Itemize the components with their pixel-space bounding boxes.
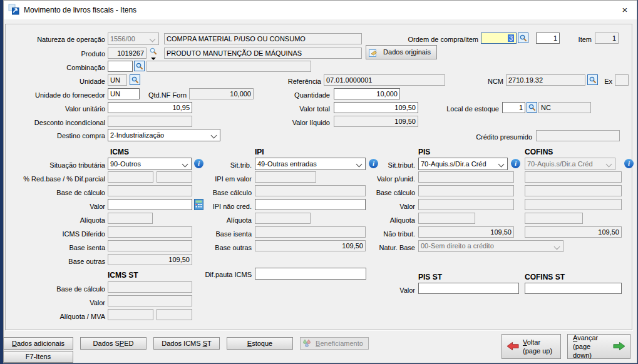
- ipi-base-isenta-label: Base isenta: [188, 229, 252, 239]
- cofins-st-valor-input[interactable]: [525, 283, 622, 294]
- pis-info-icon[interactable]: i: [511, 159, 520, 168]
- icms-st-valor-label: Valor: [13, 298, 105, 308]
- produto-dropdown-arrow-icon[interactable]: [151, 58, 156, 60]
- chevron-down-icon: [554, 244, 560, 250]
- credito-presumido-field: [536, 130, 620, 141]
- ipi-aliquota-field: [255, 213, 311, 224]
- unidade-search-button[interactable]: [130, 74, 140, 85]
- pis-nao-tribut-field: 109,50: [418, 226, 514, 238]
- natureza-operacao-descricao: COMPRA MATERIAL P/USO OU CONSUMO: [164, 33, 362, 44]
- chevron-down-icon: [606, 161, 612, 168]
- icms-st-aliquota-field: [108, 309, 153, 320]
- app-icon: [8, 4, 19, 15]
- ipi-nao-cred-input[interactable]: [255, 199, 366, 210]
- cofins-valor-field: [525, 199, 622, 210]
- avancar-button[interactable]: Avançar (page down): [567, 334, 630, 359]
- voltar-label: Voltar: [523, 338, 540, 346]
- unidade-fornecedor-label: Unidade do fornecedor: [13, 90, 105, 100]
- ncm-search-button[interactable]: [587, 74, 598, 85]
- ipi-section-title: IPI: [255, 148, 264, 157]
- local-estoque-search-button[interactable]: [527, 102, 537, 113]
- cofins-base-calculo-field: [525, 185, 622, 196]
- icms-st-section-title: ICMS ST: [108, 271, 138, 280]
- combinacao-search-button[interactable]: [134, 61, 145, 71]
- valor-unitario-input[interactable]: 10,95: [108, 102, 192, 113]
- pis-sit-tribut-label: Sit.tribut.: [351, 160, 415, 170]
- local-estoque-label: Local de estoque: [438, 104, 499, 114]
- pis-st-valor-input[interactable]: [418, 283, 519, 294]
- icms-red-base-label: % Red.base / % Dif.parcial: [6, 174, 105, 184]
- chevron-down-icon: [150, 36, 156, 43]
- icms-base-calculo-label: Base de cálculo: [13, 188, 105, 198]
- pis-sit-tribut-combo[interactable]: 70-Aquis.s/Dir.a Créd: [418, 158, 508, 170]
- ipi-aliquota-label: Alíquota: [188, 215, 252, 225]
- cofins-sit-tribut-combo: 70-Aquis.s/Dir.a Créd: [525, 158, 615, 170]
- valor-total-input[interactable]: 109,50: [334, 102, 418, 113]
- icms-aliquota-field: [108, 213, 153, 224]
- pis-nao-tribut-label: Não tribut.: [351, 229, 415, 239]
- icms-situacao-label: Situação tributária: [13, 160, 105, 170]
- pis-aliquota-label: Alíquota: [351, 215, 415, 225]
- ordem-compra-search-button[interactable]: [518, 33, 528, 43]
- destino-compra-combo[interactable]: 2-Industrialização: [108, 129, 220, 141]
- ipi-nao-cred-label: IPI não cred.: [188, 201, 252, 211]
- quantidade-input[interactable]: 10,000: [334, 88, 400, 99]
- icms-valor-input[interactable]: [108, 199, 192, 210]
- ipi-base-calculo-label: Base cálculo: [188, 188, 252, 198]
- icms-situacao-combo[interactable]: 90-Outros: [108, 158, 192, 170]
- local-estoque-input[interactable]: 1: [502, 102, 525, 113]
- ipi-em-valor-field: [255, 171, 316, 183]
- back-arrow-icon: [507, 342, 519, 351]
- desconto-incondicional-label: Desconto incondicional: [13, 118, 105, 128]
- cofins-section-title: COFINS: [525, 148, 553, 157]
- chevron-down-icon: [498, 161, 505, 168]
- forward-arrow-icon: [613, 342, 625, 351]
- referencia-label: Referência: [262, 76, 321, 86]
- selected-text: 3: [508, 34, 514, 42]
- ipi-base-calculo-field: [255, 185, 366, 196]
- cofins-aliquota-field: [525, 213, 583, 224]
- voltar-button[interactable]: Voltar (page up): [502, 334, 561, 359]
- ipi-dif-pauta-input[interactable]: [255, 268, 366, 280]
- ipi-em-valor-label: IPI em valor: [188, 174, 252, 184]
- icms-st-mva-field: [157, 309, 192, 320]
- icms-st-valor-field: [108, 295, 192, 306]
- produto-search-icon[interactable]: [148, 46, 158, 56]
- local-estoque-descricao-field: NC: [538, 102, 591, 113]
- icms-st-base-calculo-field: [108, 281, 192, 293]
- icms-diferido-label: ICMS Diferido: [13, 229, 105, 239]
- dados-adicionais-button[interactable]: Dados adicionais: [3, 337, 73, 350]
- dados-sped-button[interactable]: Dados SPED: [80, 337, 147, 350]
- voltar-sublabel: (page up): [523, 347, 552, 355]
- pis-natur-base-combo: 00-Sem direito a crédito: [418, 240, 563, 252]
- ordem-compra-item-input[interactable]: 1: [536, 33, 560, 44]
- combinacao-input[interactable]: [108, 61, 133, 72]
- icms-st-aliquota-mva-label: Alíquota / MVA: [13, 311, 105, 321]
- chevron-down-icon: [182, 161, 188, 168]
- f7-itens-button[interactable]: F7-Itens: [3, 351, 73, 363]
- valor-liquido-field: 109,50: [334, 116, 418, 127]
- ordem-compra-label: Ordem de compra/item: [387, 34, 478, 44]
- ipi-base-isenta-field: [255, 226, 366, 238]
- unidade-label: Unidade: [13, 76, 105, 86]
- qtd-nf-forn-label: Qtd.NF Forn: [144, 90, 187, 100]
- ipi-sit-trib-combo[interactable]: 49-Outras entradas: [255, 158, 366, 170]
- chevron-down-icon: [211, 133, 217, 139]
- pis-base-calculo-field: [418, 185, 514, 196]
- pis-valor-field: [418, 199, 514, 210]
- close-button[interactable]: ×: [616, 3, 634, 18]
- unidade-fornecedor-input[interactable]: UN: [108, 88, 140, 99]
- dialog-stage: Movimento de livros fiscais - Itens × Na…: [0, 0, 638, 364]
- valor-total-label: Valor total: [269, 104, 330, 114]
- cofins-st-section-title: COFINS ST: [525, 273, 565, 282]
- produto-descricao-field: PRODUTO MANUTENÇÃO DE MÁQUINAS: [164, 48, 362, 59]
- beneficiamento-icon: [302, 338, 312, 348]
- dados-icms-st-button[interactable]: Dados ICMS ST: [153, 337, 220, 350]
- qtd-nf-forn-field: 10,000: [189, 88, 254, 99]
- ex-label: Ex: [600, 76, 612, 86]
- estoque-button[interactable]: Estoque: [227, 337, 293, 350]
- cofins-info-icon[interactable]: i: [624, 159, 634, 168]
- pis-base-calculo-label: Base cálculo: [351, 188, 415, 198]
- ordem-compra-input[interactable]: 3: [481, 33, 517, 44]
- icms-red-base-field-1: [108, 171, 153, 183]
